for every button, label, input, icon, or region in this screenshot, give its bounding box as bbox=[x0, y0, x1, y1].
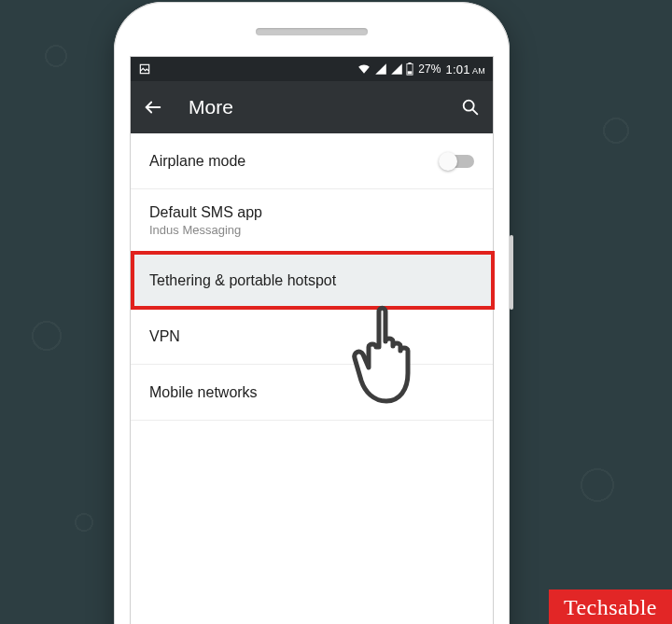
row-label: Mobile networks bbox=[149, 384, 258, 401]
status-bar: 27% 1:01AM bbox=[131, 57, 493, 81]
signal-sim1-icon bbox=[374, 62, 387, 76]
svg-rect-2 bbox=[409, 62, 412, 64]
watermark-badge: Techsable bbox=[549, 589, 672, 624]
row-label: Airplane mode bbox=[149, 153, 245, 170]
arrow-left-icon bbox=[143, 97, 163, 118]
row-label: VPN bbox=[149, 328, 180, 345]
appbar-title: More bbox=[189, 96, 435, 118]
wifi-icon bbox=[357, 62, 371, 76]
signal-sim2-icon bbox=[390, 62, 403, 76]
app-bar: More bbox=[131, 81, 493, 133]
phone-frame: 27% 1:01AM More Airplane mode bbox=[114, 2, 510, 624]
row-airplane-mode[interactable]: Airplane mode bbox=[131, 133, 493, 189]
phone-side-button bbox=[510, 235, 513, 310]
status-ampm: AM bbox=[472, 66, 485, 76]
svg-rect-0 bbox=[140, 64, 148, 73]
battery-icon bbox=[406, 62, 413, 76]
battery-percent: 27% bbox=[418, 62, 441, 76]
phone-screen: 27% 1:01AM More Airplane mode bbox=[130, 56, 494, 624]
search-icon bbox=[460, 97, 481, 118]
screenshot-notification-icon bbox=[138, 62, 151, 76]
svg-rect-3 bbox=[408, 71, 413, 74]
row-sublabel: Indus Messaging bbox=[149, 223, 262, 237]
airplane-mode-toggle[interactable] bbox=[441, 155, 474, 168]
row-mobile-networks[interactable]: Mobile networks bbox=[131, 365, 493, 421]
status-time: 1:01 bbox=[445, 62, 470, 76]
search-button[interactable] bbox=[459, 96, 482, 118]
status-clock: 1:01AM bbox=[445, 62, 485, 76]
back-button[interactable] bbox=[142, 96, 164, 118]
settings-list: Airplane mode Default SMS app Indus Mess… bbox=[131, 133, 493, 421]
row-tethering-hotspot[interactable]: Tethering & portable hotspot bbox=[131, 253, 493, 309]
row-label: Tethering & portable hotspot bbox=[149, 272, 336, 289]
row-label: Default SMS app bbox=[149, 204, 262, 221]
row-vpn[interactable]: VPN bbox=[131, 309, 493, 365]
row-default-sms-app[interactable]: Default SMS app Indus Messaging bbox=[131, 189, 493, 253]
